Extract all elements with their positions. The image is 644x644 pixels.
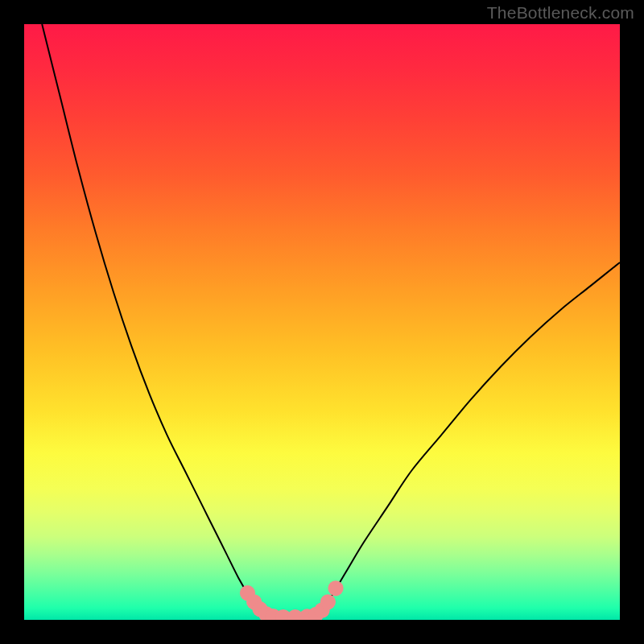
marker-dots: [240, 580, 344, 620]
curve-layer: [24, 24, 620, 620]
curve-paths: [42, 24, 620, 617]
data-marker: [328, 580, 343, 596]
chart-frame: TheBottleneck.com: [0, 0, 644, 644]
watermark-text: TheBottleneck.com: [487, 3, 634, 23]
data-marker: [320, 594, 336, 609]
bottleneck-curve: [42, 24, 620, 617]
plot-area: [24, 24, 620, 620]
